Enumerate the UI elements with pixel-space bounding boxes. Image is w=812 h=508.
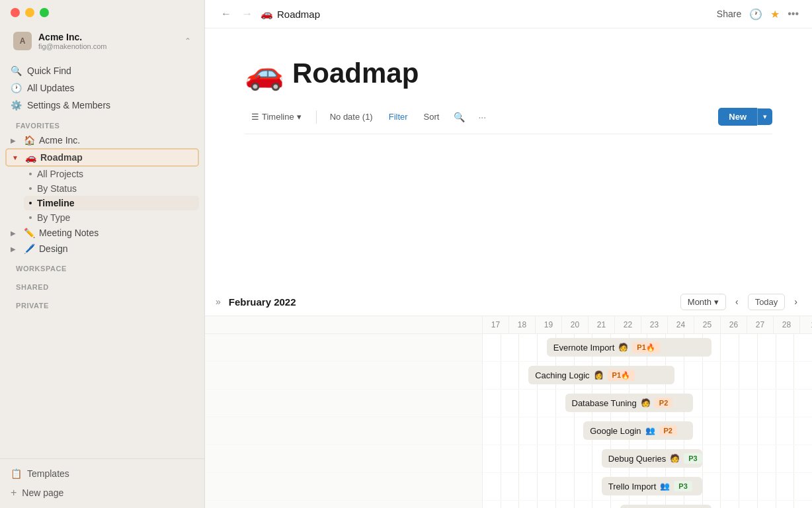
today-button[interactable]: Today (748, 294, 786, 310)
priority-badge-evernote: P1🔥 (632, 342, 659, 353)
history-button[interactable]: 🕐 (749, 8, 762, 21)
gantt-bar-login[interactable]: Login Flow 👥 P4 (620, 505, 711, 508)
date-col-25: 25 (694, 316, 721, 333)
design-label: Design (39, 243, 194, 254)
ellipsis-button[interactable]: ··· (474, 109, 490, 125)
workspace-header[interactable]: A Acme Inc. fig@makenotion.com ⌃ (8, 28, 196, 54)
by-type-label: By Type (37, 212, 70, 223)
avatar-evernote: 🧑 (618, 343, 628, 352)
avatar-caching: 👩 (594, 370, 604, 380)
expand-arrow-meeting: ▶ (11, 230, 20, 237)
left-row-6 (205, 473, 482, 501)
sidebar: A Acme Inc. fig@makenotion.com ⌃ 🔍 Quick… (0, 0, 205, 508)
page-heading-text: Roadmap (292, 58, 419, 89)
gantt-bar-evernote[interactable]: Evernote Import 🧑 P1🔥 (547, 338, 711, 357)
more-label: ··· (478, 112, 486, 122)
gantt-bar-trello[interactable]: Trello Import 👥 P3 (602, 477, 702, 495)
workspace-text: Acme Inc. fig@makenotion.com (38, 32, 107, 50)
close-button[interactable] (11, 8, 20, 17)
sidebar-item-by-status[interactable]: By Status (24, 181, 199, 196)
expand-arrow-acme: ▶ (11, 137, 20, 144)
sidebar-item-all-projects[interactable]: All Projects (24, 167, 199, 181)
view-selector-button[interactable]: ☰ Timeline ▾ (245, 109, 308, 124)
gantt-bar-caching[interactable]: Caching Logic 👩 P1🔥 (528, 366, 674, 384)
date-col-26: 26 (721, 316, 747, 333)
no-date-button[interactable]: No date (1) (325, 109, 378, 124)
left-panel-spacer (205, 316, 483, 333)
gantt-row-google: Google Login 👥 P2 (483, 417, 812, 445)
private-section-label: PRIVATE (5, 294, 199, 312)
date-grid-header: 17 18 19 20 21 22 23 24 25 26 27 28 1 2 … (205, 316, 812, 334)
bar-label-caching: Caching Logic (535, 370, 589, 380)
new-dropdown-button[interactable]: ▾ (757, 108, 772, 125)
title-nav: ← → 🚗 Roadmap (218, 7, 320, 21)
toolbar-divider (316, 110, 317, 124)
timeline-container: » February 2022 Month ▾ ‹ Today › 17 18 (205, 288, 812, 509)
new-button[interactable]: New (718, 108, 757, 126)
by-status-label: By Status (37, 183, 77, 194)
gantt-area: Evernote Import 🧑 P1🔥 Caching Logic 👩 P1… (483, 334, 812, 509)
date-col-27: 27 (747, 316, 774, 333)
left-row-5 (205, 445, 482, 473)
dot-icon (29, 173, 32, 175)
month-chevron: ▾ (714, 297, 719, 307)
page-title-bar: 🚗 Roadmap (261, 8, 320, 20)
bar-label-database: Database Tuning (572, 398, 637, 408)
sidebar-item-settings[interactable]: ⚙️ Settings & Members (5, 97, 199, 114)
current-month: February 2022 (229, 296, 296, 308)
dropdown-icon: ▾ (297, 112, 302, 122)
sidebar-nav: 🔍 Quick Find 🕐 All Updates ⚙️ Settings &… (0, 60, 204, 116)
more-options-button[interactable]: ••• (788, 8, 799, 20)
sidebar-item-roadmap[interactable]: ▼ 🚗 Roadmap ← (5, 148, 199, 167)
search-icon: 🔍 (11, 65, 22, 76)
maximize-button[interactable] (40, 8, 49, 17)
search-button[interactable]: 🔍 (450, 109, 469, 125)
left-row-1 (205, 334, 482, 362)
sidebar-item-templates[interactable]: 📋 Templates (5, 464, 199, 483)
date-col-21: 21 (589, 316, 615, 333)
minimize-button[interactable] (25, 8, 34, 17)
timeline-date-nav: » February 2022 (216, 296, 296, 308)
sidebar-item-quick-find[interactable]: 🔍 Quick Find (5, 62, 199, 79)
main-content: ← → 🚗 Roadmap Share 🕐 ★ ••• 🚗 Roadmap ☰ … (205, 0, 812, 508)
priority-badge-trello: P3 (674, 481, 692, 491)
back-button[interactable]: ← (218, 7, 234, 21)
sidebar-item-all-updates[interactable]: 🕐 All Updates (5, 79, 199, 97)
prev-month-button[interactable]: ‹ (731, 294, 743, 310)
sidebar-item-timeline[interactable]: Timeline (24, 196, 199, 210)
gantt-row-login: Login Flow 👥 P4 (483, 501, 812, 509)
share-button[interactable]: Share (717, 9, 741, 19)
sidebar-bottom: 📋 Templates + New page (0, 458, 204, 508)
sidebar-item-design[interactable]: ▶ 🖊️ Design (5, 241, 199, 257)
gantt-bar-google[interactable]: Google Login 👥 P2 (583, 421, 693, 440)
sidebar-item-by-type[interactable]: By Type (24, 210, 199, 225)
filter-button[interactable]: Filter (384, 109, 413, 124)
star-button[interactable]: ★ (770, 8, 780, 21)
date-col-19: 19 (536, 316, 562, 333)
forward-button[interactable]: → (239, 7, 255, 21)
title-bar: ← → 🚗 Roadmap Share 🕐 ★ ••• (205, 0, 812, 28)
meeting-emoji: ✏️ (24, 228, 35, 238)
priority-badge-debug: P3 (684, 453, 702, 464)
gantt-bar-database[interactable]: Database Tuning 🧑 P2 (565, 394, 694, 412)
priority-badge-google: P2 (659, 425, 677, 436)
sidebar-item-new-page[interactable]: + New page (5, 483, 199, 503)
bar-label-trello: Trello Import (608, 482, 656, 491)
month-selector-button[interactable]: Month ▾ (680, 294, 726, 310)
no-date-label: No date (1) (330, 112, 373, 122)
meeting-notes-label: Meeting Notes (39, 228, 194, 238)
clock-icon: 🕐 (11, 83, 22, 93)
gantt-row-database: Database Tuning 🧑 P2 (483, 390, 812, 417)
acme-label: Acme Inc. (39, 135, 194, 146)
avatar-google: 👥 (645, 426, 655, 435)
sidebar-item-meeting-notes[interactable]: ▶ ✏️ Meeting Notes (5, 225, 199, 241)
date-col-28: 28 (774, 316, 800, 333)
all-updates-label: All Updates (27, 83, 75, 93)
sidebar-item-acme[interactable]: ▶ 🏠 Acme Inc. (5, 132, 199, 148)
templates-label: Templates (27, 468, 69, 479)
next-month-button[interactable]: › (790, 294, 801, 310)
gantt-bar-debug[interactable]: Debug Queries 🧑 P3 (602, 449, 702, 468)
priority-badge-caching: P1🔥 (608, 370, 635, 381)
date-col-17: 17 (483, 316, 509, 333)
sort-button[interactable]: Sort (419, 109, 445, 124)
